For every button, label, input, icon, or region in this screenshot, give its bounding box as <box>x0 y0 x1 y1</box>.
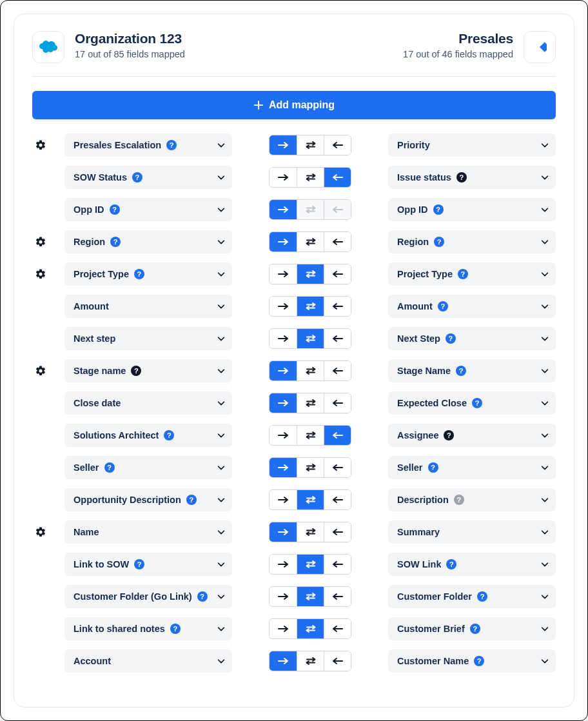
left-field-select[interactable]: Opp ID ? <box>64 198 232 221</box>
right-field-select[interactable]: Expected Close ? <box>388 391 556 415</box>
direction-left[interactable] <box>324 361 351 380</box>
direction-both[interactable] <box>297 361 324 380</box>
left-field-select[interactable]: Customer Folder (Go Link) ? <box>64 585 232 608</box>
right-field-select[interactable]: Issue status ? <box>388 166 556 189</box>
help-icon[interactable]: ? <box>164 430 174 440</box>
left-field-select[interactable]: Link to shared notes ? <box>64 617 232 640</box>
direction-left[interactable] <box>324 264 351 284</box>
direction-right[interactable] <box>270 426 297 445</box>
left-field-select[interactable]: Seller ? <box>64 456 232 479</box>
left-field-select[interactable]: Stage name ? <box>64 359 232 382</box>
help-icon[interactable]: ? <box>110 204 120 215</box>
direction-left[interactable] <box>324 232 351 252</box>
direction-right[interactable] <box>270 619 297 638</box>
help-icon[interactable]: ? <box>454 495 464 505</box>
help-icon[interactable]: ? <box>104 462 115 473</box>
direction-both[interactable] <box>297 393 324 413</box>
direction-left[interactable] <box>324 426 351 445</box>
left-field-select[interactable]: Account <box>64 649 232 673</box>
right-field-select[interactable]: Next Step ? <box>388 327 556 350</box>
help-icon[interactable]: ? <box>134 559 144 569</box>
row-settings[interactable] <box>32 139 49 151</box>
help-icon[interactable]: ? <box>470 624 480 634</box>
right-field-select[interactable]: Priority <box>388 133 556 157</box>
help-icon[interactable]: ? <box>456 172 467 183</box>
help-icon[interactable]: ? <box>131 366 141 376</box>
right-field-select[interactable]: SOW Link ? <box>388 553 556 576</box>
direction-right[interactable] <box>270 393 297 413</box>
right-field-select[interactable]: Summary <box>388 520 556 544</box>
help-icon[interactable]: ? <box>132 172 142 183</box>
direction-both[interactable] <box>297 555 324 574</box>
help-icon[interactable]: ? <box>166 140 177 150</box>
row-settings[interactable] <box>32 268 49 280</box>
direction-right[interactable] <box>270 135 297 155</box>
left-field-select[interactable]: Opportunity Description ? <box>64 488 232 511</box>
help-icon[interactable]: ? <box>134 269 144 279</box>
direction-both[interactable] <box>297 264 324 284</box>
left-field-select[interactable]: SOW Status ? <box>64 166 232 189</box>
direction-left[interactable] <box>324 135 351 155</box>
help-icon[interactable]: ? <box>456 366 466 376</box>
help-icon[interactable]: ? <box>438 301 448 311</box>
direction-both[interactable] <box>297 329 324 348</box>
right-field-select[interactable]: Project Type ? <box>388 262 556 286</box>
direction-right[interactable] <box>270 361 297 380</box>
help-icon[interactable]: ? <box>444 430 454 440</box>
direction-left[interactable] <box>324 619 351 638</box>
direction-left[interactable] <box>324 587 351 606</box>
help-icon[interactable]: ? <box>186 495 197 505</box>
help-icon[interactable]: ? <box>472 398 482 408</box>
direction-both[interactable] <box>297 168 324 187</box>
direction-both[interactable] <box>297 426 324 445</box>
direction-right[interactable] <box>270 458 297 477</box>
direction-left[interactable] <box>324 651 351 671</box>
right-field-select[interactable]: Assignee ? <box>388 424 556 447</box>
right-field-select[interactable]: Seller ? <box>388 456 556 479</box>
help-icon[interactable]: ? <box>197 591 208 602</box>
left-field-select[interactable]: Solutions Architect ? <box>64 424 232 447</box>
direction-right[interactable] <box>270 264 297 284</box>
direction-left[interactable] <box>324 458 351 477</box>
direction-both[interactable] <box>297 651 324 671</box>
direction-left[interactable] <box>324 522 351 542</box>
direction-left[interactable] <box>324 297 351 316</box>
direction-right[interactable] <box>270 555 297 574</box>
left-field-select[interactable]: Close date <box>64 391 232 415</box>
row-settings[interactable] <box>32 526 49 538</box>
right-field-select[interactable]: Region ? <box>388 230 556 253</box>
left-field-select[interactable]: Project Type ? <box>64 262 232 286</box>
direction-both[interactable] <box>297 458 324 477</box>
right-field-select[interactable]: Customer Brief ? <box>388 617 556 640</box>
direction-both[interactable] <box>297 522 324 542</box>
help-icon[interactable]: ? <box>428 462 438 473</box>
direction-both[interactable] <box>297 587 324 606</box>
left-field-select[interactable]: Amount <box>64 295 232 318</box>
left-field-select[interactable]: Link to SOW ? <box>64 553 232 576</box>
direction-left[interactable] <box>324 490 351 509</box>
right-field-select[interactable]: Stage Name ? <box>388 359 556 382</box>
direction-both[interactable] <box>297 297 324 316</box>
right-field-select[interactable]: Description ? <box>388 488 556 511</box>
direction-right[interactable] <box>270 297 297 316</box>
direction-both[interactable] <box>297 619 324 638</box>
direction-right[interactable] <box>270 587 297 606</box>
left-field-select[interactable]: Region ? <box>64 230 232 253</box>
row-settings[interactable] <box>32 236 49 248</box>
direction-right[interactable] <box>270 168 297 187</box>
left-field-select[interactable]: Next step <box>64 327 232 350</box>
help-icon[interactable]: ? <box>170 624 181 634</box>
right-field-select[interactable]: Opp ID ? <box>388 198 556 221</box>
direction-left[interactable] <box>324 393 351 413</box>
help-icon[interactable]: ? <box>434 237 444 247</box>
right-field-select[interactable]: Customer Name ? <box>388 649 556 673</box>
direction-left[interactable] <box>324 555 351 574</box>
help-icon[interactable]: ? <box>446 559 456 569</box>
add-mapping-button[interactable]: Add mapping <box>32 91 556 119</box>
right-field-select[interactable]: Customer Folder ? <box>388 585 556 608</box>
direction-right[interactable] <box>270 329 297 348</box>
help-icon[interactable]: ? <box>433 204 444 215</box>
help-icon[interactable]: ? <box>458 269 468 279</box>
direction-both[interactable] <box>297 490 324 509</box>
row-settings[interactable] <box>32 365 49 377</box>
